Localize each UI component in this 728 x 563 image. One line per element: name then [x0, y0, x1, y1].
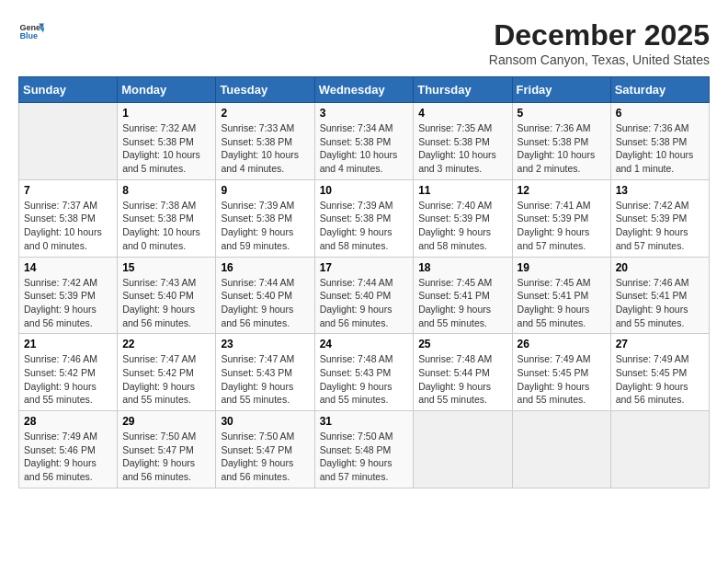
calendar-cell: 6Sunrise: 7:36 AM Sunset: 5:38 PM Daylig… — [610, 103, 709, 180]
day-info: Sunrise: 7:48 AM Sunset: 5:43 PM Dayligh… — [320, 352, 409, 407]
day-info: Sunrise: 7:40 AM Sunset: 5:39 PM Dayligh… — [418, 199, 506, 253]
week-row-2: 7Sunrise: 7:37 AM Sunset: 5:38 PM Daylig… — [19, 179, 710, 257]
day-info: Sunrise: 7:38 AM Sunset: 5:38 PM Dayligh… — [122, 199, 210, 253]
day-number: 15 — [122, 261, 210, 274]
day-number: 27 — [616, 338, 704, 350]
day-info: Sunrise: 7:50 AM Sunset: 5:48 PM Dayligh… — [320, 430, 409, 484]
header-day-friday: Friday — [512, 77, 610, 103]
day-number: 18 — [418, 261, 506, 274]
day-number: 22 — [122, 338, 210, 350]
day-info: Sunrise: 7:33 AM Sunset: 5:38 PM Dayligh… — [221, 121, 309, 176]
calendar-cell — [512, 411, 610, 488]
title-section: December 2025 Ransom Canyon, Texas, Unit… — [489, 18, 710, 67]
calendar-cell: 8Sunrise: 7:38 AM Sunset: 5:38 PM Daylig… — [118, 179, 216, 257]
calendar-cell — [610, 411, 709, 488]
calendar-cell: 14Sunrise: 7:42 AM Sunset: 5:39 PM Dayli… — [19, 257, 118, 334]
day-number: 4 — [418, 107, 506, 120]
calendar-subtitle: Ransom Canyon, Texas, United States — [489, 52, 710, 67]
day-number: 28 — [24, 415, 112, 428]
header-day-sunday: Sunday — [19, 77, 118, 103]
day-info: Sunrise: 7:43 AM Sunset: 5:40 PM Dayligh… — [122, 276, 210, 330]
day-info: Sunrise: 7:49 AM Sunset: 5:46 PM Dayligh… — [24, 430, 112, 484]
calendar-cell: 20Sunrise: 7:46 AM Sunset: 5:41 PM Dayli… — [610, 257, 709, 334]
calendar-cell: 1Sunrise: 7:32 AM Sunset: 5:38 PM Daylig… — [118, 103, 216, 180]
day-info: Sunrise: 7:37 AM Sunset: 5:38 PM Dayligh… — [24, 199, 112, 253]
week-row-1: 1Sunrise: 7:32 AM Sunset: 5:38 PM Daylig… — [19, 103, 710, 180]
day-number: 3 — [320, 107, 409, 120]
week-row-5: 28Sunrise: 7:49 AM Sunset: 5:46 PM Dayli… — [19, 411, 710, 488]
calendar-cell: 4Sunrise: 7:35 AM Sunset: 5:38 PM Daylig… — [414, 103, 512, 180]
day-info: Sunrise: 7:36 AM Sunset: 5:38 PM Dayligh… — [616, 121, 704, 176]
calendar-cell: 16Sunrise: 7:44 AM Sunset: 5:40 PM Dayli… — [216, 257, 314, 334]
calendar-cell: 9Sunrise: 7:39 AM Sunset: 5:38 PM Daylig… — [216, 179, 314, 257]
calendar-cell: 22Sunrise: 7:47 AM Sunset: 5:42 PM Dayli… — [118, 334, 216, 411]
day-info: Sunrise: 7:47 AM Sunset: 5:42 PM Dayligh… — [122, 352, 210, 407]
header-day-saturday: Saturday — [610, 77, 709, 103]
day-number: 17 — [320, 261, 409, 274]
day-number: 9 — [221, 184, 309, 197]
day-number: 14 — [24, 261, 112, 274]
day-info: Sunrise: 7:47 AM Sunset: 5:43 PM Dayligh… — [221, 352, 309, 407]
day-info: Sunrise: 7:41 AM Sunset: 5:39 PM Dayligh… — [518, 199, 606, 253]
day-number: 16 — [221, 261, 309, 274]
day-number: 10 — [320, 184, 409, 197]
day-number: 25 — [418, 338, 506, 350]
day-number: 13 — [616, 184, 704, 197]
day-number: 8 — [122, 184, 210, 197]
calendar-cell: 25Sunrise: 7:48 AM Sunset: 5:44 PM Dayli… — [414, 334, 512, 411]
day-number: 1 — [122, 107, 210, 120]
calendar-cell: 13Sunrise: 7:42 AM Sunset: 5:39 PM Dayli… — [610, 179, 709, 257]
day-info: Sunrise: 7:46 AM Sunset: 5:42 PM Dayligh… — [24, 352, 112, 407]
day-number: 2 — [221, 107, 309, 120]
day-number: 23 — [221, 338, 309, 350]
day-number: 11 — [418, 184, 506, 197]
day-number: 29 — [122, 415, 210, 428]
day-info: Sunrise: 7:49 AM Sunset: 5:45 PM Dayligh… — [616, 352, 704, 407]
calendar-cell — [414, 411, 512, 488]
day-info: Sunrise: 7:42 AM Sunset: 5:39 PM Dayligh… — [616, 199, 704, 253]
calendar-cell: 19Sunrise: 7:45 AM Sunset: 5:41 PM Dayli… — [512, 257, 610, 334]
day-info: Sunrise: 7:50 AM Sunset: 5:47 PM Dayligh… — [122, 430, 210, 484]
header-day-wednesday: Wednesday — [314, 77, 414, 103]
day-number: 20 — [616, 261, 704, 274]
header-row: SundayMondayTuesdayWednesdayThursdayFrid… — [19, 77, 710, 103]
calendar-cell: 28Sunrise: 7:49 AM Sunset: 5:46 PM Dayli… — [19, 411, 118, 488]
calendar-cell: 30Sunrise: 7:50 AM Sunset: 5:47 PM Dayli… — [216, 411, 314, 488]
logo: General Blue — [18, 18, 44, 44]
header-day-thursday: Thursday — [414, 77, 512, 103]
calendar-cell: 24Sunrise: 7:48 AM Sunset: 5:43 PM Dayli… — [314, 334, 414, 411]
day-number: 31 — [320, 415, 409, 428]
day-number: 6 — [616, 107, 704, 120]
day-number: 26 — [518, 338, 606, 350]
week-row-3: 14Sunrise: 7:42 AM Sunset: 5:39 PM Dayli… — [19, 257, 710, 334]
day-info: Sunrise: 7:49 AM Sunset: 5:45 PM Dayligh… — [518, 352, 606, 407]
svg-text:Blue: Blue — [19, 31, 38, 40]
calendar-cell — [19, 103, 118, 180]
calendar-cell: 11Sunrise: 7:40 AM Sunset: 5:39 PM Dayli… — [414, 179, 512, 257]
day-number: 24 — [320, 338, 409, 350]
calendar-cell: 27Sunrise: 7:49 AM Sunset: 5:45 PM Dayli… — [610, 334, 709, 411]
calendar-cell: 7Sunrise: 7:37 AM Sunset: 5:38 PM Daylig… — [19, 179, 118, 257]
header-day-monday: Monday — [118, 77, 216, 103]
day-info: Sunrise: 7:46 AM Sunset: 5:41 PM Dayligh… — [616, 276, 704, 330]
calendar-cell: 17Sunrise: 7:44 AM Sunset: 5:40 PM Dayli… — [314, 257, 414, 334]
day-info: Sunrise: 7:48 AM Sunset: 5:44 PM Dayligh… — [418, 352, 506, 407]
calendar-cell: 3Sunrise: 7:34 AM Sunset: 5:38 PM Daylig… — [314, 103, 414, 180]
week-row-4: 21Sunrise: 7:46 AM Sunset: 5:42 PM Dayli… — [19, 334, 710, 411]
day-info: Sunrise: 7:50 AM Sunset: 5:47 PM Dayligh… — [221, 430, 309, 484]
day-info: Sunrise: 7:44 AM Sunset: 5:40 PM Dayligh… — [221, 276, 309, 330]
day-number: 19 — [518, 261, 606, 274]
day-info: Sunrise: 7:45 AM Sunset: 5:41 PM Dayligh… — [418, 276, 506, 330]
day-info: Sunrise: 7:45 AM Sunset: 5:41 PM Dayligh… — [518, 276, 606, 330]
day-info: Sunrise: 7:39 AM Sunset: 5:38 PM Dayligh… — [221, 199, 309, 253]
day-info: Sunrise: 7:36 AM Sunset: 5:38 PM Dayligh… — [518, 121, 606, 176]
day-number: 12 — [518, 184, 606, 197]
day-number: 7 — [24, 184, 112, 197]
calendar-cell: 21Sunrise: 7:46 AM Sunset: 5:42 PM Dayli… — [19, 334, 118, 411]
calendar-cell: 18Sunrise: 7:45 AM Sunset: 5:41 PM Dayli… — [414, 257, 512, 334]
day-number: 30 — [221, 415, 309, 428]
day-info: Sunrise: 7:42 AM Sunset: 5:39 PM Dayligh… — [24, 276, 112, 330]
calendar-cell: 15Sunrise: 7:43 AM Sunset: 5:40 PM Dayli… — [118, 257, 216, 334]
calendar-cell: 10Sunrise: 7:39 AM Sunset: 5:38 PM Dayli… — [314, 179, 414, 257]
calendar-cell: 23Sunrise: 7:47 AM Sunset: 5:43 PM Dayli… — [216, 334, 314, 411]
